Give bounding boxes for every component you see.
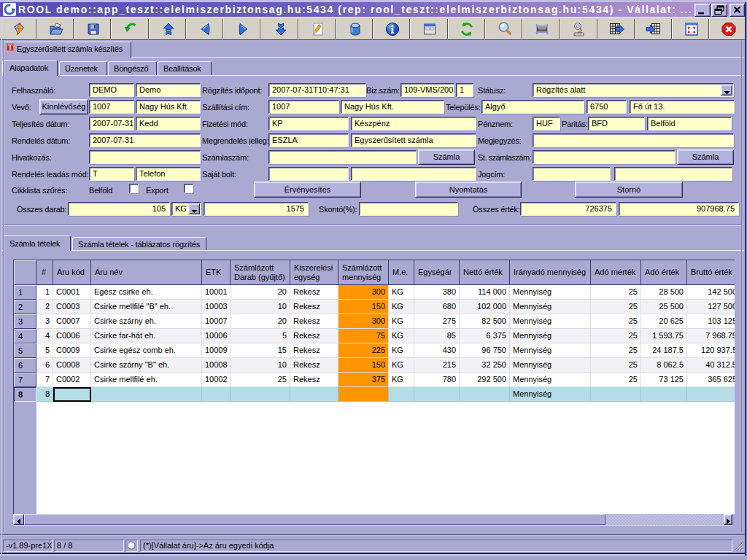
svg-text:T: T	[8, 43, 13, 51]
